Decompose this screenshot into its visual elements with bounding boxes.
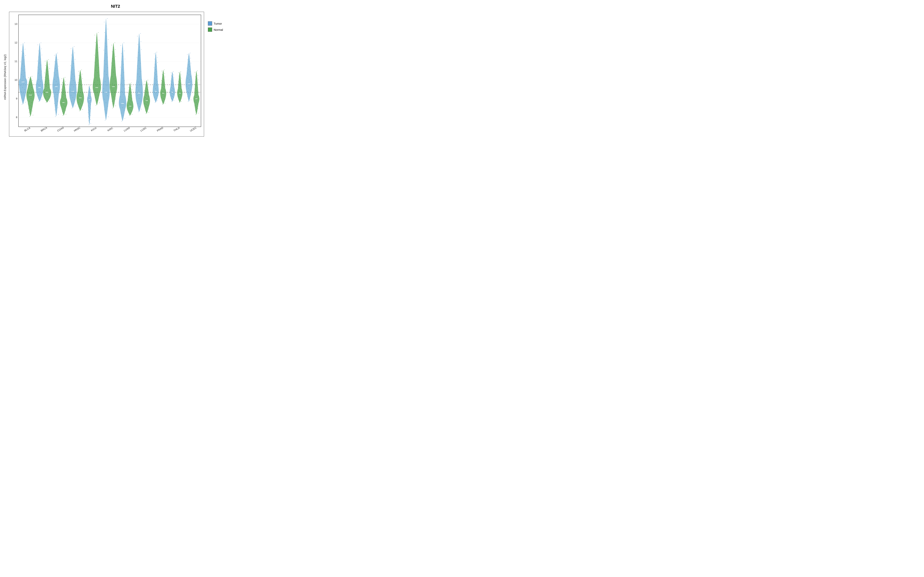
chart-container: NIT2 mRNA Expression (RNASeq V2, log2) T… bbox=[0, 0, 231, 144]
chart-area: mRNA Expression (RNASeq V2, log2) Tumor … bbox=[0, 10, 231, 144]
legend-item-normal: Normal bbox=[208, 27, 223, 32]
legend: Tumor Normal bbox=[206, 10, 231, 144]
legend-box-tumor bbox=[208, 21, 212, 26]
legend-box-normal bbox=[208, 27, 212, 32]
chart-title: NIT2 bbox=[111, 4, 120, 9]
violin-canvas bbox=[9, 12, 204, 136]
legend-item-tumor: Tumor bbox=[208, 21, 222, 26]
legend-label-normal: Normal bbox=[214, 28, 223, 31]
plot-wrapper bbox=[9, 12, 204, 137]
legend-label-tumor: Tumor bbox=[214, 22, 222, 25]
y-axis-label: mRNA Expression (RNASeq V2, log2) bbox=[2, 10, 8, 144]
plot-and-legend: Tumor Normal bbox=[8, 10, 231, 144]
